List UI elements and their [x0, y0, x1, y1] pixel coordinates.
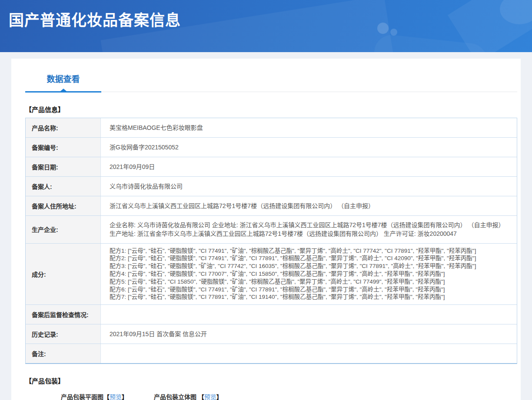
row-label: 产品名称: — [26, 118, 101, 137]
page-header: 国产普通化妆品备案信息 — [0, 0, 532, 52]
banner-decor-circle — [390, 29, 397, 36]
table-row: 备案人住所地址:浙江省义乌市上溪镇义西工业园区上城路72号1号楼7楼（远扬建设集… — [26, 196, 517, 216]
formula-line: 配方4: ["云母", "硅石", "硬脂酸镁", "CI 77007", "矿… — [110, 270, 511, 278]
formula-line: 配方7: ["云母", "硅石", "硬脂酸镁", "CI 77891", "矿… — [110, 293, 511, 301]
row-label: 备案编号: — [26, 138, 101, 157]
content-card: 数据查看 【产品信息】 产品名称:美宝格MEIBAOGE七色彩妆眼影盘备案编号:… — [11, 59, 521, 400]
packaging-stereo-label: 产品包装立体图 — [154, 393, 196, 400]
row-label: 历史记录: — [26, 324, 101, 344]
packaging-stereo-preview-link[interactable]: 预览 — [204, 393, 216, 400]
product-info-table: 产品名称:美宝格MEIBAOGE七色彩妆眼影盘备案编号:浙G妆网备字202150… — [25, 118, 517, 364]
page-title: 国产普通化妆品备案信息 — [9, 8, 181, 30]
row-value — [101, 344, 517, 363]
bracket-open: 【 — [198, 393, 204, 400]
banner-decor-circle — [500, 0, 532, 24]
table-row: 备注: — [26, 344, 517, 363]
bracket-close: 】 — [122, 393, 128, 400]
packaging-row: 产品包装平面图【预览】 产品包装立体图 【预览】 — [61, 392, 517, 400]
row-value: 2021年09月09日 — [101, 157, 517, 176]
row-value: 浙江省义乌市上溪镇义西工业园区上城路72号1号楼7楼（远扬建设集团有限公司内） … — [101, 196, 517, 215]
bracket-close: 】 — [216, 393, 223, 400]
formula-line: 配方3: ["云母", "硅石", "硬脂酸镁", "矿油", "CI 7774… — [110, 262, 511, 270]
row-label: 备注: — [26, 344, 101, 363]
section-title-product-info: 【产品信息】 — [25, 105, 517, 114]
table-row: 备案后监督检查情况: — [26, 305, 517, 324]
row-value: 浙G妆网备字2021505052 — [101, 138, 517, 157]
row-value: 美宝格MEIBAOGE七色彩妆眼影盘 — [101, 118, 517, 137]
row-label: 备案后监督检查情况: — [26, 305, 101, 324]
table-row: 备案人:义乌市诗茵化妆品有限公司 — [26, 177, 517, 196]
packaging-stereo-item: 产品包装立体图 【预览】 — [154, 392, 223, 400]
tab-active-indicator — [25, 91, 101, 93]
section-title-packaging: 【产品包装】 — [25, 376, 517, 385]
row-value: 义乌市诗茵化妆品有限公司 — [101, 177, 517, 196]
tab-data-view-label: 数据查看 — [47, 75, 80, 84]
packaging-flat-preview-link[interactable]: 预览 — [110, 393, 122, 400]
table-row: 备案日期:2021年09月09日 — [26, 157, 517, 177]
packaging-flat-item: 产品包装平面图【预览】 — [61, 392, 128, 400]
formula-line: 配方2: ["云母", "硅石", "硬脂酸镁", "CI 77491", "矿… — [110, 255, 511, 262]
banner-decor-shape — [372, 33, 489, 52]
table-row: 产品名称:美宝格MEIBAOGE七色彩妆眼影盘 — [26, 118, 517, 138]
formula-line: 配方1: ["云母", "硅石", "硬脂酸镁", "CI 77491", "矿… — [110, 247, 511, 255]
tab-bar: 数据查看 — [25, 72, 517, 93]
row-label: 备案日期: — [26, 157, 101, 176]
row-label: 成分: — [26, 244, 101, 305]
row-label: 备案人住所地址: — [26, 196, 101, 215]
table-row: 生产企业:企业名称: 义乌市诗茵化妆品有限公司 企业地址: 浙江省义乌市上溪镇义… — [26, 216, 517, 244]
banner-decor-shape — [448, 0, 532, 52]
table-row: 历史记录:2021年09月15日 首次备案 信息公开 — [26, 324, 517, 344]
packaging-flat-label: 产品包装平面图 — [61, 393, 103, 400]
table-row: 备案编号:浙G妆网备字2021505052 — [26, 138, 517, 157]
banner-decor-circle — [377, 23, 389, 34]
tab-data-view[interactable]: 数据查看 — [25, 72, 101, 84]
table-row: 成分:配方1: ["云母", "硅石", "硬脂酸镁", "CI 77491",… — [26, 244, 517, 305]
row-value — [101, 305, 517, 324]
row-value: 2021年09月15日 首次备案 信息公开 — [101, 324, 517, 344]
row-label: 生产企业: — [26, 216, 101, 243]
bracket-open: 【 — [103, 393, 110, 400]
row-value: 配方1: ["云母", "硅石", "硬脂酸镁", "CI 77491", "矿… — [101, 244, 517, 305]
tab-indicator-arrow-icon — [60, 89, 66, 91]
row-value: 企业名称: 义乌市诗茵化妆品有限公司 企业地址: 浙江省义乌市上溪镇义西工业园区… — [101, 216, 517, 243]
row-label: 备案人: — [26, 177, 101, 196]
tab-divider-line — [101, 92, 517, 92]
formula-line: 配方5: ["云母", "硅石", "CI 15850", "硬脂酸镁", "矿… — [110, 278, 511, 286]
formula-line: 配方6: ["云母", "硅石", "硬脂酸镁", "CI 77491", "矿… — [110, 286, 511, 294]
